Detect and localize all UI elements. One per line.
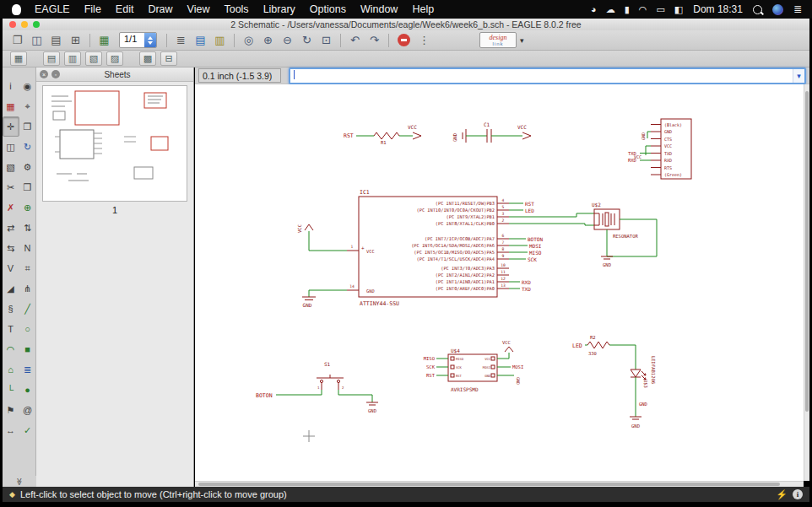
sheet-thumbnail[interactable]	[42, 85, 187, 202]
designlink-caret-button[interactable]: ▾	[520, 36, 528, 45]
grid-button[interactable]: ▦	[96, 33, 112, 48]
apple-menu-icon[interactable]	[12, 4, 21, 15]
tool-wire[interactable]: ╱	[19, 299, 36, 319]
schematic-drawing[interactable]: RST R1 VCC GND C1 VCC (Black) GND CTS	[195, 84, 804, 481]
tool-label[interactable]: ⚑	[3, 400, 19, 420]
menu-item[interactable]: EAGLE	[35, 3, 70, 15]
notification-center-icon[interactable]: ≣	[793, 3, 802, 15]
minimize-window-button[interactable]	[21, 21, 28, 28]
ic1-attiny44[interactable]: IC1 ATTINY44-SSU (PC INT11/RESET/DW)PB3 …	[297, 189, 594, 308]
battery-icon[interactable]: ▮	[625, 4, 630, 15]
tool-erc[interactable]: ✓	[19, 420, 36, 440]
tool-rotate[interactable]: ↻	[19, 137, 36, 157]
command-input[interactable]	[290, 71, 793, 81]
cam-export-button[interactable]: ⊞	[68, 33, 84, 48]
horizontal-scrollbar-thumb[interactable]	[198, 483, 780, 486]
menubar-clock[interactable]: Dom 18:31	[693, 3, 743, 15]
tool-move[interactable]: ✛	[3, 116, 19, 137]
tool-circle[interactable]: ○	[19, 319, 36, 339]
tool-net[interactable]: └	[3, 380, 19, 400]
schematic-editor-button[interactable]: ▤	[192, 33, 208, 48]
menu-item[interactable]: Edit	[116, 3, 134, 15]
menu-item[interactable]: Options	[310, 3, 346, 15]
ftdi-connector[interactable]: (Black) GND CTS VCC TXD RXD RTS (Green) …	[628, 119, 691, 179]
stop-button[interactable]	[398, 34, 410, 46]
layer-settings-button[interactable]: ≣	[173, 33, 189, 48]
menu-item[interactable]: Library	[263, 3, 295, 15]
sheet-selector[interactable]: 1/1	[119, 32, 157, 48]
tool-junction[interactable]: ●	[19, 380, 36, 400]
tool-polygon[interactable]: ⌂	[3, 359, 19, 380]
zoom-in-button[interactable]: ⊕	[260, 33, 276, 48]
tool-rect[interactable]: ■	[19, 339, 36, 359]
tool-mark[interactable]: ⌖	[19, 96, 36, 116]
tool-change[interactable]: ⚙	[19, 157, 36, 177]
spotlight-icon[interactable]	[753, 5, 762, 14]
menu-item[interactable]: Window	[360, 3, 398, 15]
avrisp-header[interactable]: U$4 MISO VCC SCK MOSI RST GND MISO SCK R…	[424, 340, 524, 392]
tool-group[interactable]: ▧	[3, 157, 19, 177]
open-button[interactable]: ❐	[9, 33, 25, 48]
r1-circuit[interactable]: RST R1 VCC	[344, 124, 421, 145]
zoom-select-button[interactable]: ⊡	[318, 33, 334, 48]
view-toggle-4[interactable]: ▨	[106, 51, 123, 66]
menu-item[interactable]: Help	[412, 3, 434, 15]
tool-split[interactable]: ⋔	[19, 278, 36, 299]
s1-button[interactable]: S1 1 2 BOTON GND	[256, 361, 378, 413]
zoom-redraw-button[interactable]: ↻	[299, 33, 315, 48]
window-toggle-1[interactable]: ▩	[139, 51, 156, 66]
siri-icon[interactable]	[772, 4, 783, 15]
view-toggle-2[interactable]: ▥	[64, 51, 81, 66]
undo-button[interactable]: ↶	[347, 33, 363, 48]
display-icon[interactable]: ▭	[656, 4, 664, 15]
print-button[interactable]: ▤	[48, 33, 64, 48]
tool-mirror[interactable]: ◫	[3, 137, 19, 157]
tool-invoke[interactable]: §	[3, 299, 19, 319]
menu-item[interactable]: Tools	[224, 3, 248, 15]
panel-close-button[interactable]: ×	[40, 70, 48, 78]
close-window-button[interactable]	[9, 21, 16, 28]
tool-text[interactable]: T	[3, 319, 19, 339]
menu-item[interactable]: View	[187, 3, 210, 15]
sheet-selector-stepper[interactable]	[144, 33, 156, 47]
tool-dimension[interactable]: ↔	[3, 420, 19, 440]
cloud-icon[interactable]: ☁	[606, 4, 615, 15]
tool-display[interactable]: ▦	[3, 96, 19, 116]
horizontal-scrollbar[interactable]	[195, 481, 804, 487]
redo-button[interactable]: ↷	[366, 33, 382, 48]
more-actions-button[interactable]: ⋮	[416, 33, 432, 48]
c1-circuit[interactable]: GND C1 VCC	[452, 121, 531, 143]
palette-overflow-button[interactable]: ≫	[3, 476, 36, 487]
view-toggle-1[interactable]: ▤	[43, 51, 60, 66]
tool-arc[interactable]: ◠	[3, 339, 19, 359]
tool-smash[interactable]: ⌗	[19, 258, 36, 278]
tool-miter[interactable]: ◢	[3, 278, 19, 299]
designlink-button[interactable]: design link	[479, 32, 517, 48]
tool-replace[interactable]: ⇆	[3, 238, 19, 258]
resonator-u2[interactable]: U$2 GND RESONATOR	[592, 202, 657, 267]
grid-display-toggle[interactable]: ▦	[10, 51, 27, 66]
window-toggle-2[interactable]: ⊟	[160, 51, 177, 66]
view-toggle-3[interactable]: ▧	[85, 51, 102, 66]
tool-delete[interactable]: ✗	[3, 197, 19, 218]
vertical-scrollbar-thumb[interactable]	[805, 91, 809, 412]
tool-gateswap[interactable]: ⇅	[19, 218, 36, 238]
board-editor-button[interactable]: ▥	[212, 33, 228, 48]
zoom-fit-button[interactable]: ◎	[241, 33, 257, 48]
tool-copy[interactable]: ❐	[19, 116, 36, 137]
panel-detach-button[interactable]: ◦	[51, 70, 60, 78]
zoom-window-button[interactable]	[33, 21, 40, 28]
schematic-canvas[interactable]: RST R1 VCC GND C1 VCC (Black) GND CTS	[195, 84, 804, 481]
zoom-out-button[interactable]: ⊖	[279, 33, 295, 48]
command-dropdown-button[interactable]: ▾	[793, 69, 804, 83]
tool-add[interactable]: ⊕	[19, 197, 36, 218]
keyboard-icon[interactable]: ◧	[674, 4, 683, 15]
save-button[interactable]: ◫	[29, 33, 45, 48]
tool-cut[interactable]: ✂	[3, 177, 19, 197]
menu-item[interactable]: File	[84, 3, 101, 15]
tool-info[interactable]: i	[3, 76, 19, 96]
tool-attribute[interactable]: @	[19, 400, 36, 420]
tool-name[interactable]: N	[19, 238, 36, 258]
tool-pinswap[interactable]: ⇄	[3, 218, 19, 238]
info-icon[interactable]: i	[793, 489, 803, 499]
